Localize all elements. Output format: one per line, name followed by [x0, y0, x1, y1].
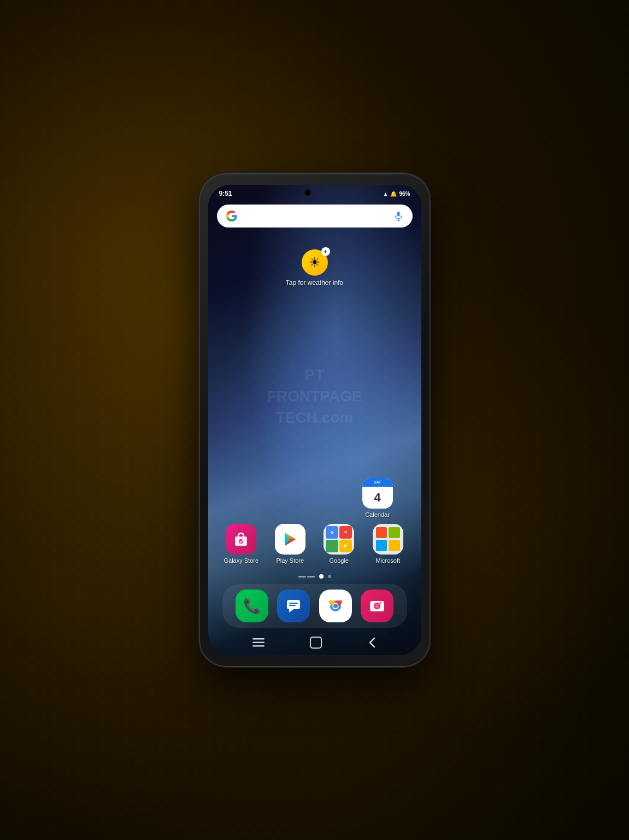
play-store-label: Play Store [276, 557, 304, 564]
chrome-app-icon [319, 590, 352, 622]
chat-bubble-icon [286, 598, 301, 614]
recents-button[interactable] [252, 638, 264, 647]
search-bar-container [208, 200, 421, 228]
home-icon [310, 637, 322, 649]
camera-app-wrap[interactable] [356, 590, 398, 622]
weather-label: Tap for weather info [286, 279, 343, 287]
page-dot-active [319, 574, 324, 579]
home-button[interactable] [310, 637, 322, 649]
galaxy-store-icon [226, 524, 256, 555]
camera-icon [369, 598, 385, 614]
bag-icon [233, 531, 249, 547]
line-dot-2 [307, 576, 315, 578]
search-bar[interactable] [217, 205, 413, 228]
status-icons: ▲ 🔔 96% [383, 191, 410, 197]
messages-app-wrap[interactable] [273, 590, 315, 622]
svg-rect-6 [287, 600, 300, 609]
phone-device: 9:51 ▲ 🔔 96% [200, 174, 430, 666]
svg-rect-18 [252, 642, 264, 644]
wifi-icon: 🔔 [390, 191, 397, 197]
play-store-icon [275, 524, 305, 555]
page-dot-inactive [328, 575, 331, 578]
chrome-icon [326, 596, 345, 616]
galaxy-store-wrap[interactable]: Galaxy Store [219, 524, 263, 564]
camera-notch [304, 189, 311, 196]
calendar-label: Calendar [365, 511, 390, 518]
google-folder-item-g: G [326, 526, 338, 539]
microsoft-folder-wrap[interactable]: Microsoft [366, 524, 410, 564]
app-grid: SAT 4 Calendar [208, 298, 421, 655]
messages-app-icon [277, 590, 310, 622]
svg-point-15 [375, 604, 379, 608]
calendar-icon: SAT 4 [362, 478, 393, 509]
back-button[interactable] [368, 637, 377, 649]
svg-point-16 [380, 602, 381, 604]
weather-plus-icon: + [321, 247, 330, 256]
phone-icon: 📞 [243, 598, 261, 615]
play-store-wrap[interactable]: Play Store [268, 524, 312, 564]
svg-rect-17 [252, 638, 264, 640]
back-icon [368, 637, 377, 649]
ms-item-2 [389, 527, 400, 539]
google-folder-label: Google [330, 557, 349, 564]
calendar-date: 4 [362, 487, 393, 509]
ms-item-3 [376, 540, 387, 551]
play-triangle-icon [281, 530, 299, 548]
camera-app-icon [361, 590, 393, 622]
google-folder-item-gmail: M [339, 526, 352, 539]
google-folder-item-yt: ▶ [339, 540, 352, 552]
svg-rect-1 [397, 212, 399, 217]
weather-widget[interactable]: ☀ + Tap for weather info [208, 228, 421, 298]
google-folder-icon: G M 📍 ▶ [324, 524, 354, 555]
ms-item-1 [376, 527, 387, 539]
svg-marker-7 [289, 609, 293, 612]
camera-dot [304, 189, 311, 196]
calendar-row: SAT 4 Calendar [214, 478, 416, 524]
microsoft-folder-label: Microsoft [375, 557, 400, 564]
phone-screen: 9:51 ▲ 🔔 96% [208, 185, 421, 655]
page-indicator [214, 569, 416, 584]
google-folder-item-maps: 📍 [326, 540, 338, 552]
recents-icon [252, 638, 264, 647]
google-folder-wrap[interactable]: G M 📍 ▶ Google [317, 524, 361, 564]
line-dot-1 [298, 576, 306, 578]
screen-content: 9:51 ▲ 🔔 96% [208, 185, 421, 655]
svg-point-5 [239, 539, 243, 544]
page-lines-indicator [298, 576, 315, 578]
status-time: 9:51 [219, 190, 232, 197]
mic-icon [393, 211, 404, 221]
chrome-app-wrap[interactable] [315, 590, 357, 622]
app-icon-wrap-calendar[interactable]: SAT 4 Calendar [356, 478, 399, 518]
phone-app-wrap[interactable]: 📞 [231, 590, 273, 622]
galaxy-store-label: Galaxy Store [224, 557, 258, 564]
calendar-month: SAT [362, 478, 393, 487]
ms-item-4 [389, 540, 400, 551]
nav-bar [214, 632, 416, 655]
signal-icon: ▲ [383, 191, 389, 197]
battery-label: 96% [399, 191, 410, 197]
microsoft-folder-icon [373, 524, 403, 555]
phone-app-icon: 📞 [236, 590, 268, 622]
store-apps-row: Galaxy Store [214, 524, 416, 569]
dock: 📞 [222, 584, 407, 628]
svg-rect-19 [252, 645, 264, 647]
google-logo [226, 210, 238, 222]
status-bar: 9:51 ▲ 🔔 96% [208, 185, 421, 200]
